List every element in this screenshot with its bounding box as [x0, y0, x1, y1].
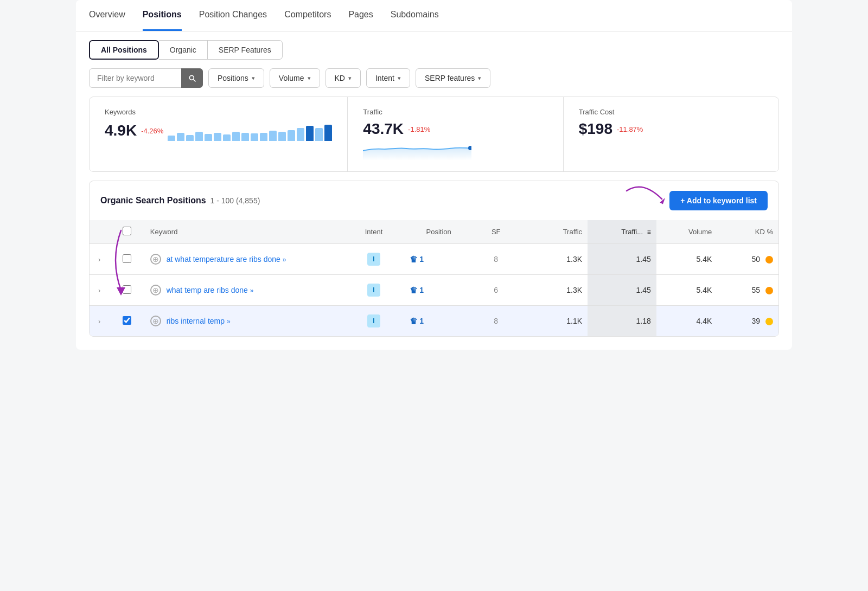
- add-to-keyword-list-button[interactable]: + Add to keyword list: [669, 191, 768, 210]
- keywords-stat-change: -4.26%: [141, 127, 163, 135]
- add-keyword-icon-3[interactable]: ⊕: [150, 316, 161, 326]
- bar-4: [195, 132, 203, 141]
- crown-icon-2: ♛: [410, 285, 417, 295]
- crown-icon-3: ♛: [410, 316, 417, 326]
- intent-badge-3: I: [367, 314, 380, 327]
- filter-bar: Positions ▾ Volume ▾ KD ▾ Intent ▾ SERP …: [76, 68, 792, 97]
- traffic-cost-label: Traffic Cost: [579, 108, 763, 116]
- keywords-stat-card: Keywords 4.9K -4.26%: [90, 97, 348, 171]
- bar-15: [297, 128, 304, 141]
- col-traffic-pct-header[interactable]: Traffi... ≡: [588, 220, 656, 244]
- position-value-2: 1: [419, 286, 424, 294]
- stats-section: Keywords 4.9K -4.26%: [89, 97, 779, 172]
- serp-features-filter[interactable]: SERP features ▾: [416, 68, 490, 88]
- expand-cell-3: ›: [90, 306, 117, 337]
- positions-filter[interactable]: Positions ▾: [208, 68, 264, 88]
- col-expand: [90, 220, 117, 244]
- table-header-row: Keyword Intent Position SF Traffic Traff…: [90, 220, 778, 244]
- volume-filter-label: Volume: [279, 74, 304, 82]
- kd-dot-1: [765, 256, 773, 264]
- traffic-stat-change: -1.81%: [408, 125, 430, 133]
- nav-competitors[interactable]: Competitors: [284, 0, 331, 31]
- kd-dot-2: [765, 287, 773, 294]
- serp-features-filter-label: SERP features: [425, 74, 475, 82]
- keyword-link-3[interactable]: ribs internal temp »: [167, 317, 231, 325]
- volume-cell-1: 5.4K: [656, 244, 718, 275]
- traffic-cell-1: 1.3K: [519, 244, 588, 275]
- check-cell-1: [117, 244, 145, 275]
- bar-9: [241, 133, 249, 141]
- col-position-header: Position: [404, 220, 473, 244]
- position-cell-1: ♛ 1: [404, 244, 473, 275]
- col-traffic-header: Traffic: [519, 220, 588, 244]
- keywords-bar-chart: [168, 124, 332, 141]
- keyword-link-1[interactable]: at what temperature are ribs done »: [167, 255, 286, 264]
- tab-serp-features[interactable]: SERP Features: [208, 40, 283, 60]
- nav-overview[interactable]: Overview: [89, 0, 125, 31]
- col-volume-header: Volume: [656, 220, 718, 244]
- table-row-checked: › ⊕ ribs internal temp » I: [90, 306, 778, 337]
- tab-all-positions[interactable]: All Positions: [89, 40, 159, 60]
- col-kd-header: KD %: [717, 220, 778, 244]
- nav-position-changes[interactable]: Position Changes: [199, 0, 267, 31]
- table-header: Organic Search Positions 1 - 100 (4,855)…: [90, 181, 778, 220]
- keywords-stat-label: Keywords: [105, 108, 332, 116]
- traffic-pct-cell-3: 1.18: [588, 306, 656, 337]
- position-value-3: 1: [419, 317, 424, 325]
- keyword-cell-1: ⊕ at what temperature are ribs done »: [145, 244, 343, 275]
- keyword-link-2[interactable]: what temp are ribs done »: [167, 286, 254, 294]
- row-checkbox-2[interactable]: [123, 285, 131, 294]
- intent-cell-3: I: [343, 306, 405, 337]
- bar-3: [186, 135, 194, 141]
- traffic-line-chart: [363, 141, 547, 160]
- search-button[interactable]: [181, 68, 203, 88]
- expand-button-2[interactable]: ›: [95, 285, 104, 295]
- search-icon: [188, 74, 196, 82]
- kd-filter[interactable]: KD ▾: [326, 68, 361, 88]
- row-checkbox-3[interactable]: [123, 316, 131, 325]
- positions-table: Keyword Intent Position SF Traffic Traff…: [90, 220, 778, 336]
- sf-cell-2: 6: [473, 275, 519, 306]
- col-intent-header: Intent: [343, 220, 405, 244]
- traffic-stat-value: 43.7K: [363, 120, 404, 138]
- expand-button-1[interactable]: ›: [95, 254, 104, 265]
- col-keyword-header: Keyword: [145, 220, 343, 244]
- nav-positions[interactable]: Positions: [143, 0, 182, 31]
- table-count: 1 - 100 (4,855): [208, 196, 260, 205]
- add-keyword-icon-1[interactable]: ⊕: [150, 254, 161, 265]
- table-title: Organic Search Positions: [100, 196, 206, 205]
- bar-2: [177, 133, 184, 141]
- line-chart-area: [363, 148, 471, 160]
- traffic-cost-stat-card: Traffic Cost $198 -11.87%: [564, 97, 778, 171]
- traffic-cost-change: -11.87%: [617, 125, 643, 133]
- chevron-down-icon: ▾: [308, 75, 311, 82]
- kd-dot-3: [765, 318, 773, 325]
- sf-cell-1: 8: [473, 244, 519, 275]
- expand-button-3[interactable]: ›: [95, 316, 104, 326]
- row-checkbox-1[interactable]: [123, 254, 131, 263]
- intent-cell-2: I: [343, 275, 405, 306]
- sf-cell-3: 8: [473, 306, 519, 337]
- chevron-down-icon: ▾: [348, 75, 352, 82]
- volume-filter[interactable]: Volume ▾: [270, 68, 320, 88]
- sub-tabs: All Positions Organic SERP Features: [76, 31, 792, 68]
- check-cell-2: [117, 275, 145, 306]
- bar-18: [324, 125, 332, 141]
- traffic-stat-label: Traffic: [363, 108, 547, 116]
- select-all-checkbox[interactable]: [123, 227, 131, 235]
- traffic-stat-card: Traffic 43.7K -1.81%: [348, 97, 563, 171]
- kd-filter-label: KD: [335, 74, 345, 82]
- intent-cell-1: I: [343, 244, 405, 275]
- add-keyword-icon-2[interactable]: ⊕: [150, 285, 161, 295]
- intent-filter[interactable]: Intent ▾: [366, 68, 410, 88]
- nav-pages[interactable]: Pages: [348, 0, 373, 31]
- chevron-down-icon: ▾: [478, 75, 481, 82]
- keywords-stat-value: 4.9K: [105, 122, 137, 139]
- tab-organic[interactable]: Organic: [159, 40, 208, 60]
- intent-badge-2: I: [367, 284, 380, 297]
- nav-subdomains[interactable]: Subdomains: [391, 0, 439, 31]
- bar-12: [269, 131, 277, 141]
- bar-11: [260, 133, 267, 141]
- volume-cell-3: 4.4K: [656, 306, 718, 337]
- top-nav: Overview Positions Position Changes Comp…: [76, 0, 792, 31]
